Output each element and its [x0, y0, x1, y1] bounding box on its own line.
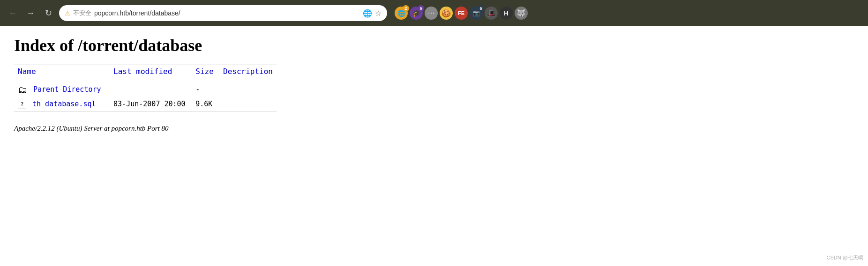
extension-3[interactable]: ⋯: [425, 7, 438, 20]
forward-button[interactable]: →: [23, 6, 37, 20]
extension-7[interactable]: 🎩: [485, 7, 498, 20]
table-header-row: Name Last modified Size Description: [14, 65, 277, 78]
extension-4[interactable]: 🍪: [440, 7, 453, 20]
spacer-row-bottom: [14, 111, 277, 116]
col-modified-link[interactable]: Last modified: [113, 67, 172, 76]
bookmark-icon[interactable]: ☆: [375, 9, 382, 18]
col-header-size: Size: [192, 65, 219, 78]
extension-bar: 🌐 2 🎓 6 ⋯ 🍪 FE 📷 6 🎩 H: [395, 7, 528, 20]
address-bar[interactable]: ⚠ 不安全 popcorn.htb/torrent/database/ 🌐 ☆: [59, 5, 387, 21]
extension-8[interactable]: H: [500, 7, 513, 20]
col-header-description: Description: [219, 65, 277, 78]
file-name-cell: th_database.sql: [14, 97, 110, 111]
server-info: Apache/2.2.12 (Ubuntu) Server at popcorn…: [14, 125, 854, 133]
browser-chrome: ← → ↻ ⚠ 不安全 popcorn.htb/torrent/database…: [0, 0, 868, 26]
extension-6[interactable]: 📷 6: [470, 7, 483, 20]
translate-icon[interactable]: 🌐: [363, 9, 372, 18]
back-button[interactable]: ←: [6, 6, 20, 20]
col-size-link[interactable]: Size: [195, 67, 214, 76]
extension-1[interactable]: 🌐 2: [395, 7, 408, 20]
reload-button[interactable]: ↻: [41, 6, 55, 20]
file-link[interactable]: th_database.sql: [32, 100, 96, 108]
extension-5[interactable]: FE: [455, 7, 468, 20]
folder-back-icon: 🗂: [18, 84, 27, 95]
extension-9[interactable]: 🐺: [515, 7, 528, 20]
directory-table: Name Last modified Size Description: [14, 65, 277, 115]
parent-dir-size: -: [192, 82, 219, 97]
parent-dir-link[interactable]: Parent Directory: [33, 85, 101, 94]
url-display: popcorn.htb/torrent/database/: [94, 9, 360, 17]
page-title: Index of /torrent/database: [14, 36, 854, 55]
ext-1-badge: 2: [403, 5, 409, 12]
extension-2[interactable]: 🎓 6: [410, 7, 423, 20]
file-doc-icon: [18, 99, 26, 109]
ext-2-badge: 6: [418, 5, 424, 12]
file-desc: [219, 97, 277, 111]
col-header-modified: Last modified: [110, 65, 192, 78]
table-row-file: th_database.sql 03-Jun-2007 20:00 9.6K: [14, 97, 277, 111]
parent-dir-modified: [110, 82, 192, 97]
file-modified: 03-Jun-2007 20:00: [110, 97, 192, 111]
parent-dir-cell: 🗂 Parent Directory: [14, 82, 110, 97]
ext-6-badge: 6: [478, 5, 484, 12]
file-size: 9.6K: [192, 97, 219, 111]
security-warning-icon: ⚠: [65, 10, 70, 17]
insecure-label: 不安全: [73, 9, 91, 17]
col-desc-link[interactable]: Description: [223, 67, 273, 76]
parent-dir-desc: [219, 82, 277, 97]
col-header-name: Name: [14, 65, 110, 78]
col-name-link[interactable]: Name: [18, 67, 36, 76]
spacer-row-top: [14, 78, 277, 82]
page-content: Index of /torrent/database Name Last mod…: [0, 26, 868, 142]
table-row-parent: 🗂 Parent Directory -: [14, 82, 277, 97]
